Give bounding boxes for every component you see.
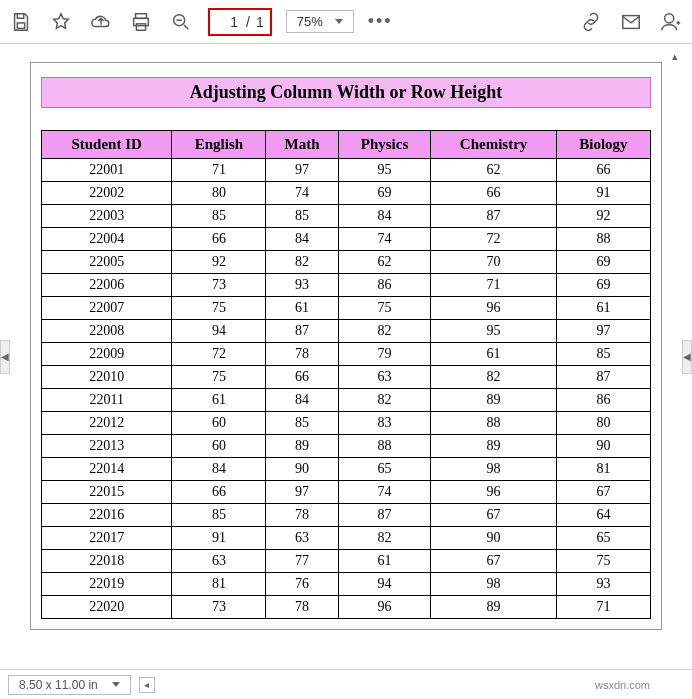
table-cell: 92 [556, 205, 650, 228]
right-panel-toggle[interactable]: ◀ [682, 340, 692, 374]
table-cell: 75 [556, 550, 650, 573]
table-row: 220046684747288 [42, 228, 651, 251]
table-cell: 69 [556, 274, 650, 297]
left-panel-toggle[interactable]: ◀ [0, 340, 10, 374]
table-cell: 93 [556, 573, 650, 596]
zoom-out-icon[interactable] [168, 9, 194, 35]
table-cell: 78 [266, 343, 338, 366]
document-viewer: ◀ ◀ ▴ Adjusting Column Width or Row Heig… [0, 44, 692, 669]
table-cell: 85 [556, 343, 650, 366]
table-cell: 61 [556, 297, 650, 320]
table-cell: 75 [172, 297, 266, 320]
table-row: 220038585848792 [42, 205, 651, 228]
table-row: 220107566638287 [42, 366, 651, 389]
svg-rect-3 [136, 23, 145, 29]
zoom-value: 75% [297, 14, 323, 29]
svg-line-5 [184, 24, 189, 29]
table-row: 220028074696691 [42, 182, 651, 205]
table-cell: 97 [266, 159, 338, 182]
table-cell: 22016 [42, 504, 172, 527]
dimensions-label: 8.50 x 11.00 in [19, 678, 98, 692]
cloud-upload-icon[interactable] [88, 9, 114, 35]
table-cell: 84 [172, 458, 266, 481]
table-cell: 22008 [42, 320, 172, 343]
scroll-left-icon[interactable]: ◂ [139, 677, 155, 693]
table-cell: 72 [431, 228, 557, 251]
table-cell: 80 [556, 412, 650, 435]
scroll-up-icon[interactable]: ▴ [667, 48, 683, 64]
table-cell: 61 [431, 343, 557, 366]
column-header: Physics [338, 131, 431, 159]
svg-point-8 [665, 13, 674, 22]
table-cell: 22019 [42, 573, 172, 596]
toolbar: / 1 75% ••• [0, 0, 692, 44]
table-cell: 89 [431, 435, 557, 458]
table-cell: 60 [172, 435, 266, 458]
table-cell: 70 [431, 251, 557, 274]
table-cell: 87 [338, 504, 431, 527]
table-cell: 79 [338, 343, 431, 366]
page-indicator[interactable]: / 1 [208, 8, 272, 36]
table-cell: 86 [556, 389, 650, 412]
data-table: Student IDEnglishMathPhysicsChemistryBio… [41, 130, 651, 619]
table-cell: 85 [172, 504, 266, 527]
table-cell: 22006 [42, 274, 172, 297]
table-cell: 92 [172, 251, 266, 274]
page-dimensions[interactable]: 8.50 x 11.00 in [8, 675, 131, 695]
table-cell: 60 [172, 412, 266, 435]
table-cell: 76 [266, 573, 338, 596]
table-cell: 61 [172, 389, 266, 412]
table-cell: 65 [338, 458, 431, 481]
zoom-selector[interactable]: 75% [286, 10, 354, 33]
account-add-icon[interactable] [658, 9, 684, 35]
table-cell: 74 [266, 182, 338, 205]
table-cell: 73 [172, 274, 266, 297]
table-cell: 85 [266, 205, 338, 228]
star-icon[interactable] [48, 9, 74, 35]
table-cell: 87 [266, 320, 338, 343]
table-cell: 96 [431, 297, 557, 320]
table-cell: 22013 [42, 435, 172, 458]
table-cell: 66 [556, 159, 650, 182]
chevron-down-icon [335, 19, 343, 24]
table-cell: 22005 [42, 251, 172, 274]
table-cell: 22012 [42, 412, 172, 435]
table-row: 220168578876764 [42, 504, 651, 527]
table-cell: 61 [338, 550, 431, 573]
table-row: 220207378968971 [42, 596, 651, 619]
table-cell: 84 [338, 205, 431, 228]
table-cell: 82 [338, 527, 431, 550]
table-row: 220126085838880 [42, 412, 651, 435]
table-row: 220116184828986 [42, 389, 651, 412]
table-cell: 74 [338, 481, 431, 504]
table-cell: 81 [556, 458, 650, 481]
table-cell: 75 [338, 297, 431, 320]
save-icon[interactable] [8, 9, 34, 35]
table-cell: 67 [431, 504, 557, 527]
table-row: 220059282627069 [42, 251, 651, 274]
table-cell: 98 [431, 573, 557, 596]
page-current-input[interactable] [216, 13, 240, 31]
table-cell: 84 [266, 228, 338, 251]
table-cell: 63 [172, 550, 266, 573]
table-cell: 87 [431, 205, 557, 228]
table-cell: 77 [266, 550, 338, 573]
table-cell: 71 [172, 159, 266, 182]
more-options-icon[interactable]: ••• [368, 11, 393, 32]
link-share-icon[interactable] [578, 9, 604, 35]
email-icon[interactable] [618, 9, 644, 35]
table-cell: 90 [266, 458, 338, 481]
table-row: 220136089888990 [42, 435, 651, 458]
table-cell: 82 [338, 320, 431, 343]
page-separator: / [246, 14, 250, 30]
table-cell: 88 [431, 412, 557, 435]
table-cell: 97 [556, 320, 650, 343]
table-cell: 90 [431, 527, 557, 550]
table-cell: 22002 [42, 182, 172, 205]
print-icon[interactable] [128, 9, 154, 35]
table-cell: 90 [556, 435, 650, 458]
table-cell: 61 [266, 297, 338, 320]
table-row: 220017197956266 [42, 159, 651, 182]
table-cell: 63 [338, 366, 431, 389]
table-cell: 67 [556, 481, 650, 504]
